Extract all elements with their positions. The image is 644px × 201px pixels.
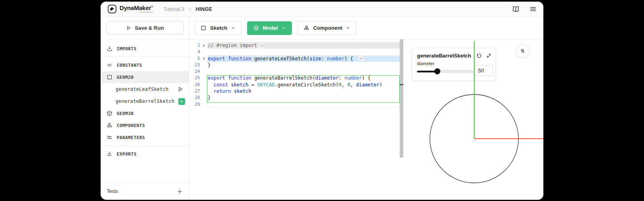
screenshot-background: DynaMaker® by SkyMaker Tutorial 3 › HING… <box>0 0 644 201</box>
play-icon <box>126 25 131 31</box>
code-line-5[interactable]: 5export function generateLeafSketch(size… <box>189 55 403 62</box>
code-line-1[interactable]: 1// #region import⋯ <box>189 42 403 49</box>
sidebar-item-geom2d[interactable]: GEOM2D <box>101 71 189 83</box>
fold-slot <box>200 82 208 88</box>
preview-canvas[interactable]: generateBarrelSketch diameter <box>403 39 543 200</box>
dynamaker-logo[interactable]: DynaMaker® by SkyMaker <box>107 4 153 14</box>
sidebar-divider <box>101 146 189 146</box>
fold-slot <box>200 62 208 68</box>
line-number: 1 <box>189 42 200 49</box>
chevron-down-icon <box>281 26 286 30</box>
run-function-button[interactable] <box>177 86 184 92</box>
sidebar-item-label: generateBarrelSketch <box>116 98 174 104</box>
swan-logo-icon <box>107 4 117 14</box>
fold-slot <box>200 101 208 108</box>
toolbar: Save & Run Sketch Model Component <box>101 17 543 39</box>
chevron-down-icon <box>346 26 350 30</box>
folded-region-ellipsis[interactable]: ⋯ <box>358 56 364 61</box>
code-line-23[interactable]: 23} <box>189 62 403 68</box>
sidebar-item-geom3d[interactable]: GEOM3D <box>101 107 189 119</box>
fold-chevron-icon[interactable] <box>200 55 208 62</box>
breadcrumb-page: HINGE <box>196 6 212 12</box>
tests-label: Tests <box>107 189 118 194</box>
menu-icon[interactable] <box>529 5 537 13</box>
tab-sketch[interactable]: Sketch <box>194 21 242 35</box>
sidebar-item-label: GEOM3D <box>117 111 134 116</box>
code-text: } <box>208 94 400 101</box>
add-test-button[interactable] <box>177 189 183 195</box>
cube-icon <box>106 110 113 117</box>
run-function-button-active[interactable] <box>178 98 185 105</box>
line-number: 26 <box>189 82 200 88</box>
sidebar-item-label: CONSTANTS <box>117 63 142 68</box>
sidebar-item-label: PARAMETERS <box>117 135 145 140</box>
code-line-4[interactable]: 4 <box>189 49 403 55</box>
scrollbar-thumb[interactable] <box>400 39 403 158</box>
imports-icon <box>106 45 113 52</box>
view-tabs: Sketch Model Component <box>190 17 356 39</box>
code-text <box>208 101 400 108</box>
reset-icon[interactable] <box>476 53 482 59</box>
folded-region-ellipsis[interactable]: ⋯ <box>259 43 265 48</box>
tab-component[interactable]: Component <box>297 21 356 35</box>
square-icon <box>200 25 206 31</box>
sidebar-item-imports[interactable]: IMPORTS <box>101 43 189 55</box>
breadcrumb-separator-icon: › <box>189 6 191 12</box>
collapse-icon[interactable] <box>486 53 492 59</box>
fold-chevron-icon[interactable] <box>200 42 208 49</box>
sidebar-item-exports[interactable]: EXPORTS <box>101 148 189 160</box>
code-text: return sketch <box>208 88 400 94</box>
scrollbar-marker <box>400 84 403 85</box>
chevron-down-icon <box>231 26 235 30</box>
sidebar-item-label: GEOM2D <box>117 75 134 80</box>
line-number: 4 <box>189 49 200 55</box>
code-text: export function generateLeafSketch(size:… <box>208 55 400 62</box>
line-number: 23 <box>189 62 200 68</box>
square-icon <box>106 74 113 80</box>
code-text: } <box>208 62 400 68</box>
tests-footer: Tests <box>101 183 189 200</box>
code-text <box>208 68 400 75</box>
docs-book-icon[interactable] <box>512 5 520 13</box>
breadcrumb-project[interactable]: Tutorial 3 <box>163 6 184 12</box>
line-number: 29 <box>189 101 200 108</box>
sidebar-item-label: IMPORTS <box>117 46 136 51</box>
breadcrumb: Tutorial 3 › HINGE <box>163 6 212 12</box>
save-and-run-button[interactable]: Save & Run <box>106 21 184 35</box>
sidebar-item-generateLeafSketch[interactable]: generateLeafSketch <box>101 83 189 95</box>
preview-settings-button[interactable] <box>516 44 529 57</box>
sidebar-item-parameters[interactable]: PARAMETERS <box>101 131 189 144</box>
code-line-26[interactable]: 26 const sketch = SKYCAD.generateCircleS… <box>189 82 403 88</box>
code-editor[interactable]: 1// #region import⋯45export function gen… <box>189 39 403 200</box>
logo-title: DynaMaker® <box>120 5 153 11</box>
code-line-25[interactable]: 25export function generateBarrelSketch(d… <box>189 75 403 81</box>
app-header: DynaMaker® by SkyMaker Tutorial 3 › HING… <box>101 2 543 17</box>
sketch-circle <box>430 94 518 183</box>
code-line-24[interactable]: 24 <box>189 68 403 75</box>
sidebar-item-constants[interactable]: CONSTANTS <box>101 59 189 71</box>
sidebar-item-generateBarrelSketch[interactable]: generateBarrelSketch <box>101 95 189 107</box>
sidebar-item-label: COMPONENTS <box>117 123 145 128</box>
fold-slot <box>200 88 208 94</box>
code-line-27[interactable]: 27 return sketch <box>189 88 403 94</box>
sidebar: IMPORTSCONSTANTSGEOM2DgenerateLeafSketch… <box>101 39 189 200</box>
sidebar-item-components[interactable]: COMPONENTS <box>101 119 189 131</box>
sidebar-item-label: EXPORTS <box>117 152 136 157</box>
editor-scrollbar[interactable] <box>400 39 403 200</box>
code-line-28[interactable]: 28} <box>189 94 403 101</box>
tab-model[interactable]: Model <box>247 21 292 35</box>
play-icon <box>180 100 184 103</box>
fold-slot <box>200 49 208 55</box>
code-line-29[interactable]: 29 <box>189 101 403 108</box>
app-window: DynaMaker® by SkyMaker Tutorial 3 › HING… <box>101 2 543 200</box>
sidebar-divider <box>101 57 189 57</box>
slider-thumb[interactable] <box>434 68 440 74</box>
diameter-value-input[interactable] <box>475 65 493 76</box>
line-number: 27 <box>189 88 200 94</box>
code-text: const sketch = SKYCAD.generateCircleSket… <box>208 82 400 88</box>
fold-slot <box>200 94 208 101</box>
exports-icon <box>106 151 113 157</box>
parameter-panel: generateBarrelSketch diameter <box>412 48 496 81</box>
line-number: 28 <box>189 94 200 101</box>
constants-icon <box>106 62 113 68</box>
